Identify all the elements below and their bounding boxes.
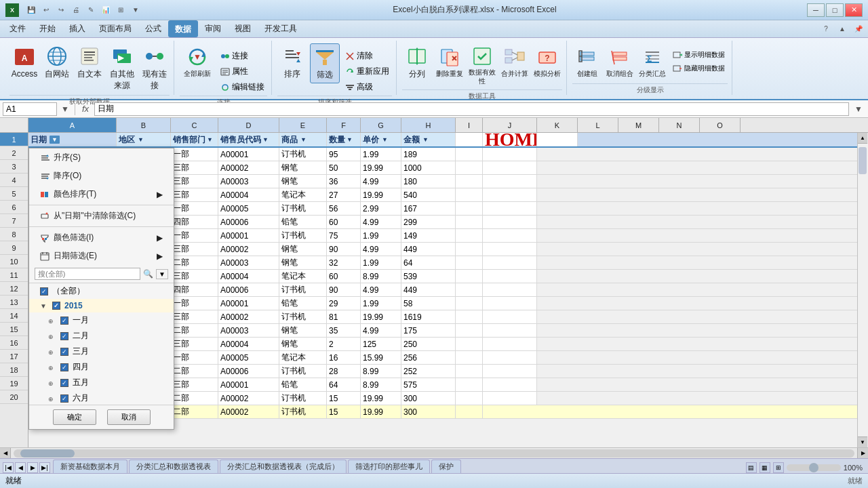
cell-code-19[interactable]: A00001: [218, 378, 279, 391]
cell-price-11[interactable]: 8.99: [361, 270, 401, 283]
cell-amount-17[interactable]: 256: [401, 351, 456, 364]
cell-amount-3[interactable]: 1000: [401, 161, 456, 174]
cell-dept-15[interactable]: 二部: [171, 324, 218, 337]
cell-product-20[interactable]: 订书机: [279, 405, 327, 418]
filter-item-desc[interactable]: 降序(O): [29, 167, 174, 185]
cell-product-3[interactable]: 钢笔: [279, 161, 327, 174]
next-sheet-btn[interactable]: ▶: [27, 462, 38, 473]
filter-checkbox-all[interactable]: [40, 287, 48, 296]
cell-qty-15[interactable]: 35: [327, 324, 361, 337]
cell-price-13[interactable]: 1.99: [361, 297, 401, 310]
cell-price-17[interactable]: 15.99: [361, 351, 401, 364]
btn-edit-links[interactable]: 编辑链接: [218, 80, 267, 94]
col-header-A[interactable]: A: [28, 118, 117, 132]
cell-amount-19[interactable]: 575: [401, 378, 456, 391]
cell-amount-16[interactable]: 250: [401, 338, 456, 350]
cell-qty-20[interactable]: 15: [327, 405, 361, 418]
btn-text[interactable]: 自文本: [75, 43, 104, 82]
col-header-F[interactable]: F: [327, 118, 361, 132]
filter-search-expand[interactable]: ▼: [156, 269, 168, 279]
filter-item-date-filter[interactable]: 日期筛选(E) ▶: [29, 247, 174, 265]
expand-2015-icon[interactable]: ▼: [40, 302, 48, 310]
cell-qty-19[interactable]: 64: [327, 378, 361, 391]
filter-item-color-sort[interactable]: 颜色排序(T) ▶: [29, 185, 174, 203]
btn-existing-conn[interactable]: 现有连接: [140, 43, 170, 94]
btn-ungroup[interactable]: 取消组合: [605, 43, 635, 81]
cell-amount-2[interactable]: 189: [401, 148, 456, 161]
btn-subtotal[interactable]: Σ 分类汇总: [637, 43, 667, 81]
menu-file[interactable]: 文件: [3, 21, 33, 37]
cell-product-5[interactable]: 笔记本: [279, 188, 327, 201]
cell-dept-20[interactable]: 二部: [171, 392, 218, 405]
cell-product-15[interactable]: 钢笔: [279, 324, 327, 337]
cell-amount-8[interactable]: 149: [401, 229, 456, 242]
cell-price-15[interactable]: 4.99: [361, 324, 401, 337]
btn-what-if[interactable]: ? 模拟分析: [532, 43, 562, 81]
pin-ribbon-btn[interactable]: 📌: [852, 22, 865, 36]
cell-code-16[interactable]: A00004: [218, 338, 279, 350]
col-header-H[interactable]: H: [401, 118, 456, 132]
cell-product-2[interactable]: 订书机: [279, 148, 327, 161]
cell-code-11[interactable]: A00004: [218, 270, 279, 283]
cell-price-3[interactable]: 19.99: [361, 161, 401, 174]
cell-product-10[interactable]: 钢笔: [279, 256, 327, 269]
filter-item-clear[interactable]: 从"日期"中清除筛选(C): [29, 207, 174, 225]
cell-price-14[interactable]: 19.99: [361, 310, 401, 323]
filter-list-jun[interactable]: ⊕ 六月: [29, 390, 174, 405]
filter-list-mar[interactable]: ⊕ 三月: [29, 344, 174, 359]
cell-price-2[interactable]: 1.99: [361, 148, 401, 161]
cell-dept-11[interactable]: 三部: [171, 270, 218, 283]
last-sheet-btn[interactable]: ▶|: [39, 462, 50, 473]
cell-qty-7[interactable]: 60: [327, 216, 361, 228]
filter-arrow-region[interactable]: ▼: [138, 136, 144, 143]
btn-remove-dup[interactable]: 删除重复: [435, 43, 465, 81]
menu-view[interactable]: 视图: [228, 21, 258, 37]
cell-price-6[interactable]: 2.99: [361, 202, 401, 215]
scroll-right-btn[interactable]: ▶: [857, 448, 868, 459]
col-header-L[interactable]: L: [578, 118, 618, 132]
btn-other[interactable]: ▶ 自其他来源: [107, 43, 137, 94]
cell-amount-7[interactable]: 299: [401, 216, 456, 228]
close-button[interactable]: ✕: [845, 3, 863, 17]
col-header-J[interactable]: J: [483, 118, 537, 132]
cell-product-13[interactable]: 铅笔: [279, 297, 327, 310]
btn-show-detail[interactable]: 显示明细数据: [670, 49, 728, 61]
filter-arrow-date[interactable]: ▼: [50, 136, 60, 144]
filter-list-jan[interactable]: ⊕ 一月: [29, 312, 174, 328]
cell-code-6[interactable]: A00005: [218, 202, 279, 215]
filter-list-feb[interactable]: ⊕ 二月: [29, 328, 174, 344]
cell-price-8[interactable]: 1.99: [361, 229, 401, 242]
zoom-slider[interactable]: [787, 464, 841, 471]
qa-print[interactable]: 🖨: [69, 3, 83, 17]
col-header-O[interactable]: O: [700, 118, 741, 132]
filter-arrow-amount[interactable]: ▼: [422, 136, 429, 143]
minimize-ribbon-btn[interactable]: ▲: [835, 22, 849, 36]
cell-amount-5[interactable]: 540: [401, 188, 456, 201]
page-break-view-btn[interactable]: ⊞: [773, 462, 784, 473]
cell-amount-15[interactable]: 175: [401, 324, 456, 337]
cell-code-3[interactable]: A00002: [218, 161, 279, 174]
formula-input[interactable]: [94, 102, 849, 116]
cell-code-2[interactable]: A00001: [218, 148, 279, 161]
vertical-scrollbar[interactable]: ▲ ▼: [857, 133, 868, 447]
col-header-C[interactable]: C: [171, 118, 218, 132]
btn-consolidate[interactable]: 合并计算: [500, 43, 530, 81]
filter-checkbox-jan[interactable]: [60, 317, 68, 325]
col-header-D[interactable]: D: [218, 118, 279, 132]
cell-qty-5[interactable]: 27: [327, 188, 361, 201]
cell-qty-17[interactable]: 16: [327, 351, 361, 364]
btn-web[interactable]: 自网站: [42, 43, 72, 82]
cell-amount-9[interactable]: 449: [401, 243, 456, 256]
cell-dept-9[interactable]: 三部: [171, 243, 218, 256]
cell-price-9[interactable]: 4.99: [361, 243, 401, 256]
cell-qty-4[interactable]: 36: [327, 175, 361, 188]
btn-properties[interactable]: 属性: [218, 64, 267, 79]
filter-checkbox-jun[interactable]: [60, 394, 68, 403]
menu-dev[interactable]: 开发工具: [258, 21, 304, 37]
cell-dept-4[interactable]: 三部: [171, 175, 218, 188]
filter-checkbox-2015[interactable]: [52, 302, 60, 310]
cell-amount-11[interactable]: 539: [401, 270, 456, 283]
qa-undo[interactable]: ↩: [39, 3, 53, 17]
cell-dept-14[interactable]: 三部: [171, 310, 218, 323]
cell-code-4[interactable]: A00003: [218, 175, 279, 188]
